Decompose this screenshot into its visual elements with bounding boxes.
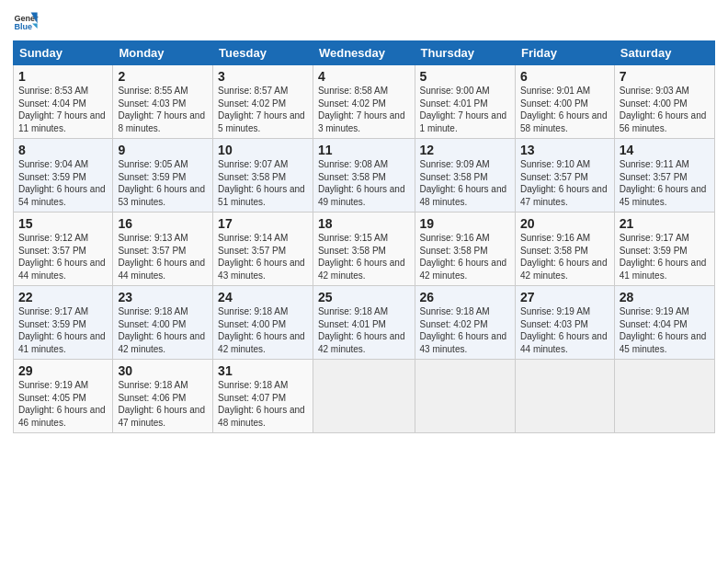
day-info: Sunrise: 9:19 AMSunset: 4:05 PMDaylight:… <box>18 379 108 429</box>
header: General Blue <box>13 9 715 35</box>
day-info: Sunrise: 9:17 AMSunset: 3:59 PMDaylight:… <box>18 305 108 355</box>
day-number: 25 <box>318 290 410 304</box>
day-info: Sunrise: 9:19 AMSunset: 4:04 PMDaylight:… <box>620 305 710 355</box>
day-cell: 28Sunrise: 9:19 AMSunset: 4:04 PMDayligh… <box>614 286 714 360</box>
day-info: Sunrise: 8:53 AMSunset: 4:04 PMDaylight:… <box>18 85 108 134</box>
day-number: 21 <box>620 216 710 231</box>
day-info: Sunrise: 9:17 AMSunset: 3:59 PMDaylight:… <box>620 232 710 282</box>
day-cell: 13Sunrise: 9:10 AMSunset: 3:57 PMDayligh… <box>515 139 614 213</box>
day-number: 30 <box>118 363 208 378</box>
week-row-3: 15Sunrise: 9:12 AMSunset: 3:57 PMDayligh… <box>14 213 715 286</box>
day-cell: 14Sunrise: 9:11 AMSunset: 3:57 PMDayligh… <box>614 139 714 213</box>
day-info: Sunrise: 9:03 AMSunset: 4:00 PMDaylight:… <box>620 85 710 134</box>
day-cell: 27Sunrise: 9:19 AMSunset: 4:03 PMDayligh… <box>515 286 614 360</box>
logo-icon: General Blue <box>13 9 39 35</box>
day-number: 18 <box>318 216 410 231</box>
day-info: Sunrise: 9:18 AMSunset: 4:02 PMDaylight:… <box>420 305 510 355</box>
day-info: Sunrise: 9:18 AMSunset: 4:00 PMDaylight:… <box>118 305 208 355</box>
week-row-1: 1Sunrise: 8:53 AMSunset: 4:04 PMDaylight… <box>14 65 715 139</box>
day-number: 6 <box>520 69 609 84</box>
day-number: 13 <box>520 143 609 157</box>
day-number: 7 <box>620 69 710 84</box>
col-header-thursday: Thursday <box>415 41 515 65</box>
day-info: Sunrise: 9:18 AMSunset: 4:06 PMDaylight:… <box>118 379 208 429</box>
day-info: Sunrise: 9:18 AMSunset: 4:01 PMDaylight:… <box>318 305 410 355</box>
day-cell: 2Sunrise: 8:55 AMSunset: 4:03 PMDaylight… <box>113 65 213 139</box>
day-number: 16 <box>118 216 208 231</box>
day-number: 11 <box>318 143 410 157</box>
day-info: Sunrise: 8:58 AMSunset: 4:02 PMDaylight:… <box>318 85 410 134</box>
day-cell: 3Sunrise: 8:57 AMSunset: 4:02 PMDaylight… <box>213 65 313 139</box>
day-number: 26 <box>420 290 510 304</box>
day-number: 17 <box>218 216 308 231</box>
day-number: 27 <box>520 290 609 304</box>
day-number: 20 <box>520 216 609 231</box>
col-header-friday: Friday <box>515 41 614 65</box>
day-cell: 18Sunrise: 9:15 AMSunset: 3:58 PMDayligh… <box>313 213 415 286</box>
day-number: 19 <box>420 216 510 231</box>
day-number: 29 <box>18 363 108 378</box>
day-number: 10 <box>218 143 308 157</box>
week-row-5: 29Sunrise: 9:19 AMSunset: 4:05 PMDayligh… <box>14 360 715 433</box>
col-header-saturday: Saturday <box>614 41 714 65</box>
day-number: 1 <box>18 69 108 84</box>
svg-marker-3 <box>32 23 38 29</box>
header-row: SundayMondayTuesdayWednesdayThursdayFrid… <box>14 41 715 65</box>
day-cell: 17Sunrise: 9:14 AMSunset: 3:57 PMDayligh… <box>213 213 313 286</box>
day-number: 3 <box>218 69 308 84</box>
day-cell: 29Sunrise: 9:19 AMSunset: 4:05 PMDayligh… <box>14 360 113 433</box>
col-header-tuesday: Tuesday <box>213 41 313 65</box>
day-info: Sunrise: 9:18 AMSunset: 4:00 PMDaylight:… <box>218 305 308 355</box>
day-cell <box>313 360 415 433</box>
day-cell <box>415 360 515 433</box>
day-number: 28 <box>620 290 710 304</box>
day-cell: 16Sunrise: 9:13 AMSunset: 3:57 PMDayligh… <box>113 213 213 286</box>
day-cell: 1Sunrise: 8:53 AMSunset: 4:04 PMDaylight… <box>14 65 113 139</box>
day-info: Sunrise: 9:14 AMSunset: 3:57 PMDaylight:… <box>218 232 308 282</box>
day-cell <box>614 360 714 433</box>
day-cell: 11Sunrise: 9:08 AMSunset: 3:58 PMDayligh… <box>313 139 415 213</box>
day-info: Sunrise: 9:13 AMSunset: 3:57 PMDaylight:… <box>118 232 208 282</box>
week-row-4: 22Sunrise: 9:17 AMSunset: 3:59 PMDayligh… <box>14 286 715 360</box>
day-info: Sunrise: 9:09 AMSunset: 3:58 PMDaylight:… <box>420 158 510 208</box>
day-number: 31 <box>218 363 308 378</box>
day-number: 4 <box>318 69 410 84</box>
day-number: 24 <box>218 290 308 304</box>
day-cell: 23Sunrise: 9:18 AMSunset: 4:00 PMDayligh… <box>113 286 213 360</box>
day-number: 8 <box>18 143 108 157</box>
day-cell: 22Sunrise: 9:17 AMSunset: 3:59 PMDayligh… <box>14 286 113 360</box>
day-cell: 25Sunrise: 9:18 AMSunset: 4:01 PMDayligh… <box>313 286 415 360</box>
day-cell: 12Sunrise: 9:09 AMSunset: 3:58 PMDayligh… <box>415 139 515 213</box>
day-cell: 7Sunrise: 9:03 AMSunset: 4:00 PMDaylight… <box>614 65 714 139</box>
day-info: Sunrise: 9:19 AMSunset: 4:03 PMDaylight:… <box>520 305 609 355</box>
day-info: Sunrise: 9:04 AMSunset: 3:59 PMDaylight:… <box>18 158 108 208</box>
col-header-monday: Monday <box>113 41 213 65</box>
day-number: 15 <box>18 216 108 231</box>
day-info: Sunrise: 9:07 AMSunset: 3:58 PMDaylight:… <box>218 158 308 208</box>
day-info: Sunrise: 9:16 AMSunset: 3:58 PMDaylight:… <box>520 232 609 282</box>
day-info: Sunrise: 9:05 AMSunset: 3:59 PMDaylight:… <box>118 158 208 208</box>
day-cell: 9Sunrise: 9:05 AMSunset: 3:59 PMDaylight… <box>113 139 213 213</box>
day-cell: 10Sunrise: 9:07 AMSunset: 3:58 PMDayligh… <box>213 139 313 213</box>
day-cell: 5Sunrise: 9:00 AMSunset: 4:01 PMDaylight… <box>415 65 515 139</box>
day-info: Sunrise: 8:57 AMSunset: 4:02 PMDaylight:… <box>218 85 308 134</box>
day-info: Sunrise: 9:08 AMSunset: 3:58 PMDaylight:… <box>318 158 410 208</box>
col-header-sunday: Sunday <box>14 41 113 65</box>
week-row-2: 8Sunrise: 9:04 AMSunset: 3:59 PMDaylight… <box>14 139 715 213</box>
day-number: 5 <box>420 69 510 84</box>
day-cell: 31Sunrise: 9:18 AMSunset: 4:07 PMDayligh… <box>213 360 313 433</box>
day-number: 2 <box>118 69 208 84</box>
logo: General Blue <box>13 9 42 35</box>
day-info: Sunrise: 9:11 AMSunset: 3:57 PMDaylight:… <box>620 158 710 208</box>
day-cell: 4Sunrise: 8:58 AMSunset: 4:02 PMDaylight… <box>313 65 415 139</box>
day-cell: 8Sunrise: 9:04 AMSunset: 3:59 PMDaylight… <box>14 139 113 213</box>
day-number: 9 <box>118 143 208 157</box>
day-cell: 21Sunrise: 9:17 AMSunset: 3:59 PMDayligh… <box>614 213 714 286</box>
day-cell: 19Sunrise: 9:16 AMSunset: 3:58 PMDayligh… <box>415 213 515 286</box>
day-info: Sunrise: 9:12 AMSunset: 3:57 PMDaylight:… <box>18 232 108 282</box>
page-container: General Blue SundayMondayTuesdayWednesda… <box>0 0 728 441</box>
col-header-wednesday: Wednesday <box>313 41 415 65</box>
day-info: Sunrise: 9:10 AMSunset: 3:57 PMDaylight:… <box>520 158 609 208</box>
day-number: 23 <box>118 290 208 304</box>
day-cell: 26Sunrise: 9:18 AMSunset: 4:02 PMDayligh… <box>415 286 515 360</box>
